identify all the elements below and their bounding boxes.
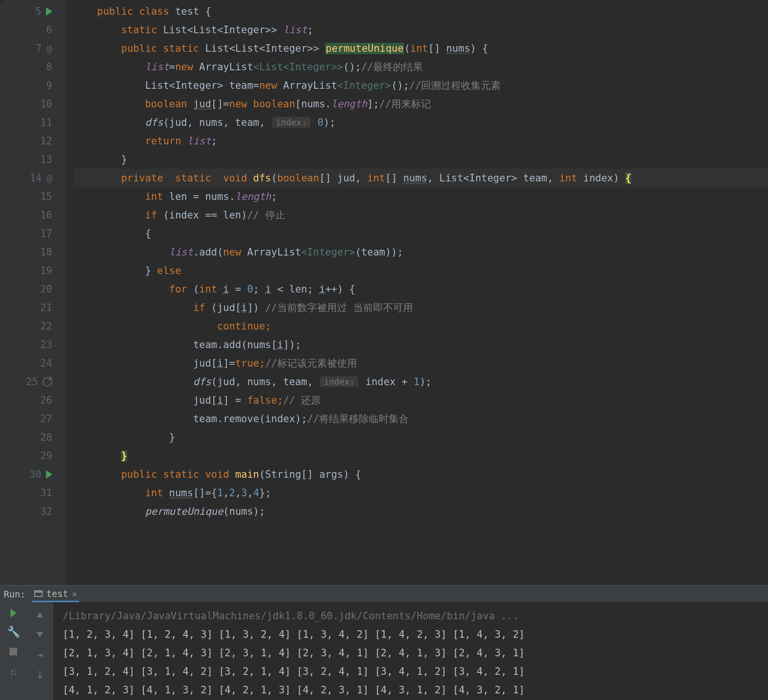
line-number: 14 bbox=[30, 172, 42, 184]
code-line[interactable]: int nums[]={1,2,3,4}; bbox=[73, 483, 768, 502]
line-number: 9 bbox=[46, 80, 52, 91]
param-hint: index: bbox=[272, 117, 310, 128]
line-number: 27 bbox=[40, 413, 52, 425]
line-number: 29 bbox=[40, 450, 52, 462]
run-tab[interactable]: test × bbox=[32, 586, 79, 602]
arrow-down-icon[interactable] bbox=[34, 629, 46, 640]
console-icon bbox=[34, 590, 43, 597]
code-line[interactable]: public static List<List<Integer>> permut… bbox=[73, 39, 768, 57]
console-line: [4, 1, 2, 3] [4, 1, 3, 2] [4, 2, 1, 3] [… bbox=[63, 684, 525, 696]
console-cmd: /Library/Java/JavaVirtualMachines/jdk1.8… bbox=[63, 610, 519, 622]
run-header: Run: test × bbox=[0, 586, 768, 602]
line-number: 24 bbox=[40, 358, 52, 369]
code-line[interactable]: { bbox=[73, 224, 768, 243]
dump-icon[interactable]: ⎌ bbox=[8, 666, 19, 677]
run-label: Run: bbox=[4, 589, 26, 599]
run-icon[interactable] bbox=[46, 7, 52, 16]
ide-window: 5 6 7@ 8 9 10 11 12 13 14@ 15 16 17 18 1… bbox=[0, 0, 768, 700]
code-line[interactable]: if (jud[i]) //当前数字被用过 当前即不可用 bbox=[73, 298, 768, 317]
line-number: 5 bbox=[35, 6, 41, 17]
line-number: 20 bbox=[40, 284, 52, 295]
override-icon[interactable]: @ bbox=[47, 172, 52, 184]
line-number: 28 bbox=[40, 432, 52, 443]
run-panel: Run: test × 🔧 ⎌ ⇥ ⤓ /Library/Java/JavaVi… bbox=[0, 585, 768, 700]
code-line[interactable]: team.add(nums[i]); bbox=[73, 335, 768, 354]
code-line[interactable]: continue; bbox=[73, 317, 768, 335]
code-line[interactable]: if (index == len)// 停止 bbox=[73, 206, 768, 224]
line-number: 30 bbox=[29, 469, 41, 480]
console-line: [3, 1, 2, 4] [3, 1, 4, 2] [3, 2, 1, 4] [… bbox=[63, 666, 525, 677]
code-line[interactable]: boolean jud[]=new boolean[nums.length];/… bbox=[73, 95, 768, 113]
line-number: 31 bbox=[40, 487, 52, 499]
line-number: 7 bbox=[36, 43, 42, 54]
code-area[interactable]: public class test { static List<List<Int… bbox=[66, 0, 768, 585]
arrow-up-icon[interactable] bbox=[34, 609, 46, 620]
code-line[interactable]: List<Integer> team=new ArrayList<Integer… bbox=[73, 76, 768, 95]
line-number: 22 bbox=[40, 321, 52, 332]
line-number: 32 bbox=[40, 506, 52, 517]
rerun-icon[interactable] bbox=[10, 609, 17, 617]
line-number: 12 bbox=[40, 135, 52, 147]
code-line[interactable]: dfs(jud, nums, team, index: 0); bbox=[73, 113, 768, 132]
line-number: 16 bbox=[40, 209, 52, 221]
console-line: [1, 2, 3, 4] [1, 2, 4, 3] [1, 3, 2, 4] [… bbox=[63, 629, 525, 640]
line-number: 8 bbox=[46, 61, 52, 73]
code-line[interactable]: public static void main(String[] args) { bbox=[73, 465, 768, 483]
code-line[interactable]: dfs(jud, nums, team, index: index + 1); bbox=[73, 372, 768, 391]
editor-area: 5 6 7@ 8 9 10 11 12 13 14@ 15 16 17 18 1… bbox=[0, 0, 768, 585]
code-line[interactable]: public class test { bbox=[73, 2, 768, 20]
close-icon[interactable]: × bbox=[72, 589, 77, 599]
console-line: [2, 1, 3, 4] [2, 1, 4, 3] [2, 3, 1, 4] [… bbox=[63, 647, 525, 659]
code-line-current[interactable]: private static void dfs(boolean[] jud, i… bbox=[73, 169, 768, 187]
stop-icon[interactable] bbox=[8, 646, 19, 657]
code-line[interactable]: int len = nums.length; bbox=[73, 187, 768, 206]
code-line[interactable]: static List<List<Integer>> list; bbox=[73, 20, 768, 39]
override-icon[interactable]: @ bbox=[47, 43, 52, 54]
console-output[interactable]: /Library/Java/JavaVirtualMachines/jdk1.8… bbox=[53, 602, 768, 700]
code-line[interactable]: return list; bbox=[73, 132, 768, 150]
line-number: 23 bbox=[40, 339, 52, 350]
line-number: 17 bbox=[40, 228, 52, 239]
recursive-icon[interactable] bbox=[43, 377, 52, 387]
run-toolbar-nav: ⇥ ⤓ bbox=[27, 602, 53, 700]
line-number: 19 bbox=[40, 265, 52, 276]
line-number: 10 bbox=[40, 98, 52, 110]
code-line[interactable]: } else bbox=[73, 261, 768, 280]
run-toolbar-left: 🔧 ⎌ bbox=[0, 602, 27, 700]
line-number: 15 bbox=[40, 191, 52, 202]
code-line[interactable]: jud[i] = false;// 还原 bbox=[73, 391, 768, 409]
soft-wrap-icon[interactable]: ⇥ bbox=[34, 649, 46, 660]
code-line[interactable]: } bbox=[73, 150, 768, 169]
fold-column[interactable] bbox=[57, 0, 66, 585]
run-icon[interactable] bbox=[46, 470, 52, 479]
code-line[interactable]: team.remove(index);//将结果移除临时集合 bbox=[73, 409, 768, 428]
line-number: 13 bbox=[40, 154, 52, 165]
code-line[interactable]: list=new ArrayList<List<Integer>>();//最终… bbox=[73, 57, 768, 76]
line-gutter[interactable]: 5 6 7@ 8 9 10 11 12 13 14@ 15 16 17 18 1… bbox=[0, 0, 57, 585]
param-hint: index: bbox=[320, 376, 358, 387]
code-line[interactable]: jud[i]=true;//标记该元素被使用 bbox=[73, 354, 768, 372]
code-line[interactable]: list.add(new ArrayList<Integer>(team)); bbox=[73, 243, 768, 261]
wrench-icon[interactable]: 🔧 bbox=[8, 626, 19, 637]
scroll-end-icon[interactable]: ⤓ bbox=[34, 669, 46, 680]
line-number: 25 bbox=[26, 376, 38, 388]
line-number: 11 bbox=[40, 117, 52, 128]
line-number: 18 bbox=[40, 246, 52, 258]
code-line[interactable]: for (int i = 0; i < len; i++) { bbox=[73, 280, 768, 298]
line-number: 6 bbox=[46, 24, 52, 36]
run-body: 🔧 ⎌ ⇥ ⤓ /Library/Java/JavaVirtualMachine… bbox=[0, 602, 768, 700]
code-line[interactable]: permuteUnique(nums); bbox=[73, 502, 768, 520]
code-line[interactable]: } bbox=[73, 428, 768, 446]
code-line[interactable]: } bbox=[73, 446, 768, 465]
run-tab-title: test bbox=[47, 588, 68, 599]
line-number: 26 bbox=[40, 395, 52, 406]
line-number: 21 bbox=[40, 302, 52, 313]
